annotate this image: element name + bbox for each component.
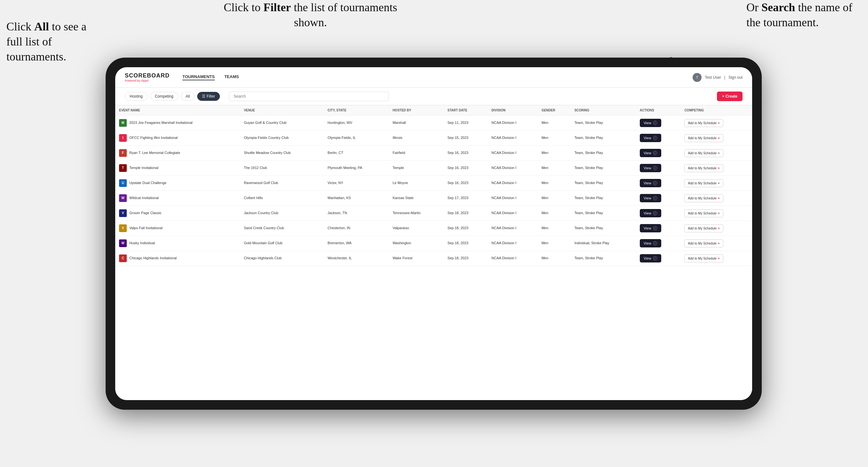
cell-start-date-4: Sep 16, 2023	[443, 176, 488, 191]
view-button-2[interactable]: View ⓘ	[640, 149, 661, 157]
cell-city-state-2: Berlin, CT	[324, 146, 389, 161]
add-schedule-button-9[interactable]: Add to My Schedule +	[684, 254, 723, 262]
cell-scoring-3: Team, Stroke Play	[571, 161, 636, 176]
col-competing: COMPETING	[680, 105, 752, 116]
team-icon-6: V	[119, 209, 127, 217]
cell-competing-8: Add to My Schedule +	[680, 236, 752, 251]
cell-competing-6: Add to My Schedule +	[680, 206, 752, 221]
user-name: Test User	[705, 75, 721, 80]
add-schedule-button-2[interactable]: Add to My Schedule +	[684, 149, 723, 157]
cell-venue-3: The 1912 Club	[240, 161, 324, 176]
cell-hosted-by-1: Illinois	[389, 131, 443, 146]
cell-scoring-8: Individual, Stroke Play	[571, 236, 636, 251]
team-icon-2: F	[119, 149, 127, 157]
cell-division-4: NCAA Division I	[488, 176, 538, 191]
cell-event-name-7: V Valpo Fall Invitational	[115, 221, 240, 236]
cell-hosted-by-0: Marshall	[389, 116, 443, 131]
cell-city-state-4: Victor, NY	[324, 176, 389, 191]
col-gender: GENDER	[538, 105, 571, 116]
tournaments-table: EVENT NAME VENUE CITY, STATE HOSTED BY S…	[115, 105, 752, 266]
add-schedule-button-1[interactable]: Add to My Schedule +	[684, 134, 723, 142]
table-row: T Temple Invitational The 1912 Club Plym…	[115, 161, 752, 176]
add-schedule-label-6: Add to My Schedule	[688, 212, 717, 215]
cell-event-name-9: C Chicago Highlands Invitational	[115, 251, 240, 266]
add-schedule-label-9: Add to My Schedule	[688, 257, 717, 260]
team-icon-5: W	[119, 194, 127, 202]
cell-gender-5: Men	[538, 191, 571, 206]
cell-gender-4: Men	[538, 176, 571, 191]
cell-actions-2: View ⓘ	[636, 146, 680, 161]
view-button-7[interactable]: View ⓘ	[640, 224, 661, 232]
view-label-5: View	[644, 196, 651, 200]
add-plus-icon-7: +	[718, 227, 720, 230]
add-plus-icon-1: +	[718, 136, 720, 140]
add-schedule-button-0[interactable]: Add to My Schedule +	[684, 119, 723, 127]
view-label-4: View	[644, 181, 651, 185]
info-icon-0: ⓘ	[653, 121, 657, 125]
cell-city-state-3: Plymouth Meeting, PA	[324, 161, 389, 176]
cell-actions-0: View ⓘ	[636, 116, 680, 131]
filter-button[interactable]: ☰ Filter	[197, 92, 220, 101]
view-button-8[interactable]: View ⓘ	[640, 239, 661, 247]
add-schedule-button-5[interactable]: Add to My Schedule +	[684, 194, 723, 202]
cell-city-state-1: Olympia Fields, IL	[324, 131, 389, 146]
hosting-button[interactable]: Hosting	[125, 92, 148, 101]
view-button-0[interactable]: View ⓘ	[640, 119, 661, 127]
view-button-9[interactable]: View ⓘ	[640, 254, 661, 262]
add-plus-icon-2: +	[718, 151, 720, 155]
table-container[interactable]: EVENT NAME VENUE CITY, STATE HOSTED BY S…	[115, 105, 752, 400]
cell-venue-7: Sand Creek Country Club	[240, 221, 324, 236]
add-schedule-button-6[interactable]: Add to My Schedule +	[684, 209, 723, 217]
logo-text: SCOREBOARD	[125, 72, 169, 79]
cell-gender-8: Men	[538, 236, 571, 251]
cell-event-name-1: I OFCC Fighting Illini Invitational	[115, 131, 240, 146]
cell-gender-2: Men	[538, 146, 571, 161]
team-icon-0: M	[119, 119, 127, 127]
add-schedule-label-8: Add to My Schedule	[688, 242, 717, 245]
info-icon-4: ⓘ	[653, 181, 657, 185]
view-label-8: View	[644, 241, 651, 245]
info-icon-9: ⓘ	[653, 256, 657, 260]
table-row: F Ryan T. Lee Memorial Collegiate Shuttl…	[115, 146, 752, 161]
event-name-text-9: Chicago Highlands Invitational	[129, 256, 177, 260]
add-schedule-button-7[interactable]: Add to My Schedule +	[684, 224, 723, 232]
add-schedule-button-4[interactable]: Add to My Schedule +	[684, 179, 723, 187]
info-icon-7: ⓘ	[653, 226, 657, 230]
nav-tournaments[interactable]: TOURNAMENTS	[182, 74, 215, 80]
search-input[interactable]	[229, 92, 389, 101]
cell-division-0: NCAA Division I	[488, 116, 538, 131]
table-row: C Chicago Highlands Invitational Chicago…	[115, 251, 752, 266]
event-name-text-4: Upstate Dual Challenge	[129, 181, 166, 185]
team-icon-8: W	[119, 240, 127, 247]
add-schedule-button-8[interactable]: Add to My Schedule +	[684, 240, 723, 247]
event-name-text-6: Grover Page Classic	[129, 211, 162, 215]
view-button-3[interactable]: View ⓘ	[640, 164, 661, 172]
col-hosted-by: HOSTED BY	[389, 105, 443, 116]
nav-right: T Test User | Sign out	[692, 73, 743, 82]
nav-teams[interactable]: TEAMS	[224, 74, 239, 80]
cell-competing-2: Add to My Schedule +	[680, 146, 752, 161]
view-button-6[interactable]: View ⓘ	[640, 209, 661, 217]
info-icon-3: ⓘ	[653, 166, 657, 170]
view-button-1[interactable]: View ⓘ	[640, 134, 661, 142]
table-row: I OFCC Fighting Illini Invitational Olym…	[115, 131, 752, 146]
tablet-frame: SCOREBOARD Powered by clippd TOURNAMENTS…	[105, 58, 762, 410]
add-plus-icon-5: +	[718, 196, 720, 200]
cell-hosted-by-3: Temple	[389, 161, 443, 176]
cell-competing-5: Add to My Schedule +	[680, 191, 752, 206]
view-button-4[interactable]: View ⓘ	[640, 179, 661, 187]
cell-competing-7: Add to My Schedule +	[680, 221, 752, 236]
create-button[interactable]: + Create	[717, 92, 743, 101]
add-plus-icon-3: +	[718, 166, 720, 170]
cell-event-name-8: W Husky Individual	[115, 236, 240, 251]
cell-hosted-by-4: Le Moyne	[389, 176, 443, 191]
cell-event-name-3: T Temple Invitational	[115, 161, 240, 176]
add-schedule-label-7: Add to My Schedule	[688, 227, 717, 230]
cell-competing-0: Add to My Schedule +	[680, 116, 752, 131]
competing-button[interactable]: Competing	[150, 92, 178, 101]
cell-actions-4: View ⓘ	[636, 176, 680, 191]
add-schedule-button-3[interactable]: Add to My Schedule +	[684, 164, 723, 172]
all-button[interactable]: All	[181, 92, 195, 101]
sign-out-link[interactable]: Sign out	[728, 75, 743, 80]
view-button-5[interactable]: View ⓘ	[640, 194, 661, 202]
